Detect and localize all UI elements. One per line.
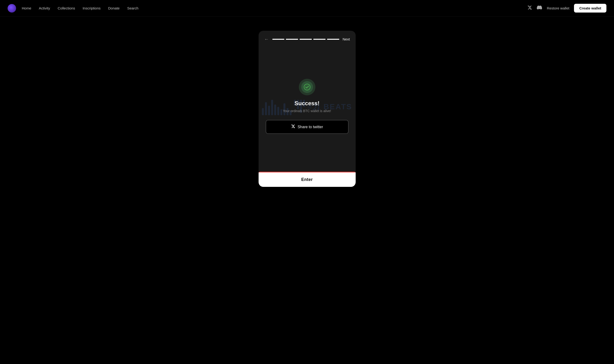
share-twitter-label: Share to twitter	[298, 125, 323, 129]
next-button[interactable]: Next	[343, 37, 350, 41]
progress-seg-4	[313, 39, 326, 40]
nav-right: Restore wallet Create wallet	[527, 4, 606, 13]
nav-collections[interactable]: Collections	[58, 6, 75, 10]
nav-inscriptions[interactable]: Inscriptions	[83, 6, 101, 10]
main-content: ← Next	[0, 16, 614, 364]
svg-point-0	[304, 84, 310, 90]
modal-body: ≡力 BEATS Success! Your ordinals BTC wall…	[259, 46, 356, 172]
modal-header: ← Next	[259, 31, 356, 46]
navbar: Home Activity Collections Inscriptions D…	[0, 0, 614, 16]
progress-seg-2	[286, 39, 298, 40]
modal-card: ← Next	[259, 31, 356, 187]
nav-donate[interactable]: Donate	[108, 6, 120, 10]
enter-button-highlight: Enter	[259, 172, 356, 187]
nav-search[interactable]: Search	[127, 6, 138, 10]
nav-home[interactable]: Home	[22, 6, 31, 10]
success-icon	[299, 79, 315, 95]
twitter-icon[interactable]	[527, 5, 532, 11]
progress-bar	[272, 39, 339, 40]
back-arrow-button[interactable]: ←	[264, 36, 269, 42]
progress-seg-3	[300, 39, 312, 40]
restore-wallet-button[interactable]: Restore wallet	[547, 6, 569, 10]
nav-activity[interactable]: Activity	[39, 6, 50, 10]
progress-seg-5	[327, 39, 339, 40]
success-subtitle: Your ordinals BTC wallet is alive!	[283, 109, 331, 113]
twitter-bird-icon	[291, 124, 295, 130]
share-twitter-button[interactable]: Share to twitter	[266, 120, 349, 134]
discord-icon[interactable]	[537, 5, 542, 11]
success-title: Success!	[295, 100, 319, 107]
enter-button[interactable]: Enter	[259, 172, 356, 187]
app-logo	[8, 4, 16, 13]
progress-seg-1	[272, 39, 285, 40]
nav-links: Home Activity Collections Inscriptions D…	[22, 6, 527, 10]
create-wallet-button[interactable]: Create wallet	[574, 4, 606, 13]
